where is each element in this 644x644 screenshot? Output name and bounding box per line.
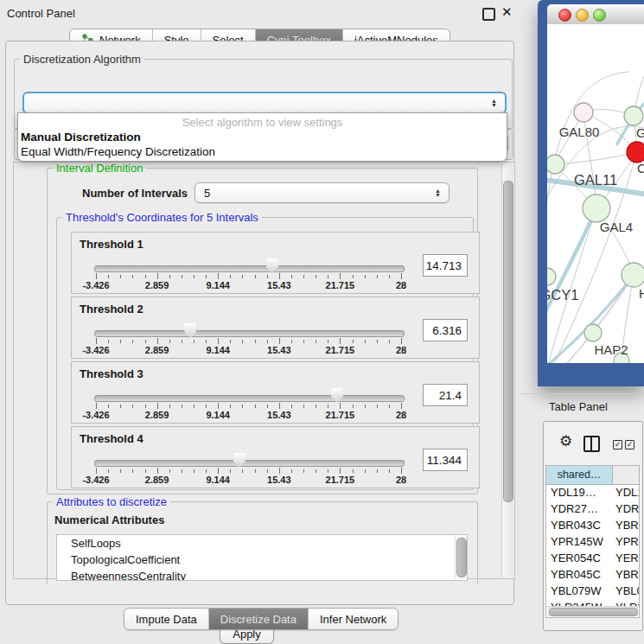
float-window-icon[interactable] bbox=[482, 8, 495, 21]
slider-tick bbox=[132, 405, 133, 408]
slider-tick bbox=[377, 340, 378, 343]
cell-shared-name[interactable]: YDR27… bbox=[546, 501, 612, 517]
table-row[interactable]: YBR045CYBR0 bbox=[546, 566, 639, 583]
minimize-traffic-light-icon[interactable] bbox=[576, 9, 589, 22]
node-hap2 bbox=[584, 324, 602, 341]
cell-name[interactable]: YBR0 bbox=[612, 566, 639, 583]
cell-name[interactable]: YER0 bbox=[612, 550, 639, 566]
slider-track[interactable] bbox=[94, 265, 405, 272]
tab-impute-data[interactable]: Impute Data bbox=[124, 609, 209, 629]
cell-name[interactable]: YPR1 bbox=[612, 533, 639, 550]
slider-tick bbox=[120, 469, 121, 473]
scrollbar-thumb[interactable] bbox=[549, 608, 638, 616]
slider-tick bbox=[255, 275, 256, 278]
checkbox-checked-icon[interactable]: ✓ bbox=[613, 440, 622, 450]
slider-tick bbox=[206, 469, 207, 473]
attribute-list-item[interactable]: BetweennessCentrality bbox=[57, 568, 467, 581]
slider-tick-label: 9.144 bbox=[206, 475, 230, 485]
slider-tick bbox=[377, 405, 378, 408]
slider-tick bbox=[303, 405, 304, 408]
slider-tick bbox=[182, 340, 182, 343]
attribute-list-item[interactable]: TopologicalCoefficient bbox=[57, 552, 467, 568]
slider-tick bbox=[291, 275, 292, 278]
tab-discretize-data[interactable]: Discretize Data bbox=[209, 609, 309, 629]
table-row[interactable]: YER054CYER0 bbox=[546, 550, 639, 566]
table-row[interactable]: YBR043CYBR0 bbox=[546, 517, 639, 533]
table-horizontal-scrollbar[interactable] bbox=[547, 606, 638, 616]
slider-tick-label: 21.715 bbox=[326, 410, 355, 420]
popup-option-equal-width-frequency[interactable]: Equal Width/Frequency Discretization bbox=[21, 145, 215, 158]
network-window-titlebar[interactable] bbox=[547, 4, 644, 25]
slider-tick bbox=[401, 273, 402, 279]
cell-name[interactable]: YBR0 bbox=[612, 517, 639, 533]
slider-tick bbox=[267, 469, 268, 473]
threshold-label: Threshold 3 bbox=[80, 367, 143, 380]
threshold-value-input[interactable]: 11.344 bbox=[423, 449, 468, 471]
node-label-gcy1: GCY1 bbox=[547, 287, 578, 303]
slider-tick-label: 15.43 bbox=[267, 475, 291, 485]
number-of-intervals-combobox[interactable]: 5 ▲▼ bbox=[194, 182, 450, 203]
popup-option-manual-discretization[interactable]: Manual Discretization bbox=[21, 131, 141, 143]
cell-name[interactable]: YDR2 bbox=[612, 501, 639, 517]
slider-tick bbox=[242, 340, 243, 343]
slider-tick-label: -3.426 bbox=[82, 475, 109, 485]
cell-shared-name[interactable]: YBL079W bbox=[546, 583, 612, 599]
slider-tick bbox=[316, 405, 316, 408]
column-header-shared-name[interactable]: shared… bbox=[546, 466, 613, 484]
algorithm-combobox[interactable]: ▲▼ bbox=[22, 92, 507, 114]
settings-scrollbar[interactable] bbox=[501, 163, 513, 577]
threshold-label: Threshold 1 bbox=[80, 238, 143, 251]
table-panel-title: Table Panel bbox=[549, 400, 608, 413]
attributes-list-scrollbar[interactable] bbox=[455, 536, 466, 579]
slider-tick bbox=[157, 403, 158, 409]
table-row[interactable]: YPR145WYPR1 bbox=[546, 533, 639, 550]
checkbox-checked-icon[interactable]: ✓ bbox=[625, 440, 634, 450]
cell-shared-name[interactable]: YBR043C bbox=[546, 517, 612, 533]
threshold-value-input[interactable]: 6.316 bbox=[423, 319, 468, 341]
scrollbar-thumb[interactable] bbox=[456, 538, 467, 577]
slider-tick bbox=[206, 405, 207, 408]
column-header-name[interactable]: n bbox=[613, 466, 639, 484]
slider-tick bbox=[340, 403, 341, 409]
scrollbar-thumb[interactable] bbox=[503, 181, 513, 502]
slider-tick bbox=[316, 340, 316, 343]
cell-shared-name[interactable]: YER054C bbox=[546, 550, 612, 566]
node-label-gal11: GAL11 bbox=[574, 172, 617, 188]
slider-tick-label: 9.144 bbox=[206, 410, 230, 420]
node-label-gal80: GAL80 bbox=[559, 124, 600, 139]
node-table[interactable]: shared… n YDL19…YDL1YDR27…YDR2YBR043CYBR… bbox=[545, 465, 640, 618]
threshold-value-input[interactable]: 14.713 bbox=[423, 254, 468, 277]
threshold-value-input[interactable]: 21.4 bbox=[423, 384, 468, 406]
tab-infer-network[interactable]: Infer Network bbox=[309, 609, 398, 629]
close-icon[interactable]: ✕ bbox=[501, 4, 513, 20]
gear-icon[interactable]: ⚙ bbox=[559, 434, 572, 449]
cell-name[interactable]: YBL0 bbox=[612, 583, 639, 599]
slider-track[interactable] bbox=[94, 460, 405, 467]
table-row[interactable]: YBL079WYBL0 bbox=[546, 583, 639, 599]
cell-shared-name[interactable]: YPR145W bbox=[546, 533, 612, 550]
slider-tick bbox=[279, 468, 280, 474]
zoom-traffic-light-icon[interactable] bbox=[593, 9, 606, 22]
slider-track[interactable] bbox=[94, 330, 405, 337]
cell-name[interactable]: YDL1 bbox=[612, 484, 639, 501]
table-row[interactable]: YDL19…YDL1 bbox=[546, 484, 639, 501]
thresholds-group: Threshold's Coordinates for 5 Intervals … bbox=[56, 217, 474, 490]
slider-tick bbox=[267, 405, 268, 408]
table-row[interactable]: YDR27…YDR2 bbox=[546, 501, 639, 517]
slider-tick-label: 2.859 bbox=[145, 475, 169, 485]
numerical-attributes-list[interactable]: SelfLoopsTopologicalCoefficientBetweenne… bbox=[56, 534, 468, 581]
slider-tick bbox=[328, 469, 328, 473]
slider-tick-label: -3.426 bbox=[82, 280, 109, 290]
node-gal11 bbox=[547, 155, 564, 174]
slider-tick bbox=[353, 469, 354, 473]
cell-shared-name[interactable]: YDL19… bbox=[546, 484, 612, 501]
slider-tick bbox=[96, 468, 97, 474]
network-canvas[interactable]: GAL80 G C GAL11 GAL4 GCY1 H HAP2 bbox=[547, 24, 644, 363]
cell-shared-name[interactable]: YBR045C bbox=[546, 566, 612, 583]
attribute-list-item[interactable]: SelfLoops bbox=[57, 535, 467, 552]
slider-track[interactable] bbox=[94, 395, 405, 402]
network-view-window[interactable]: GAL80 G C GAL11 GAL4 GCY1 H HAP2 bbox=[538, 0, 644, 386]
close-traffic-light-icon[interactable] bbox=[558, 9, 571, 22]
split-columns-icon[interactable] bbox=[583, 436, 600, 452]
slider-tick bbox=[194, 405, 194, 408]
